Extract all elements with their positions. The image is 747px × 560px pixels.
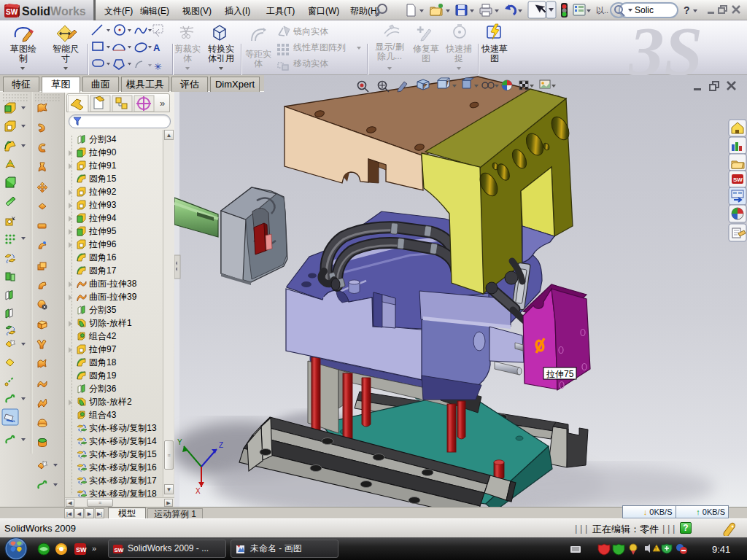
svg-text:SolidWorks: SolidWorks — [22, 5, 86, 18]
svg-text:拉伸75: 拉伸75 — [546, 369, 574, 379]
svg-text:SW: SW — [115, 547, 124, 553]
svg-text:!: ! — [655, 546, 657, 551]
svg-text:9:41: 9:41 — [712, 544, 730, 555]
svg-text:✚: ✚ — [417, 25, 424, 35]
svg-text:»: » — [92, 544, 96, 553]
svg-text:X: X — [196, 487, 201, 495]
svg-text:SW: SW — [6, 8, 18, 16]
svg-text:Z: Z — [219, 441, 223, 449]
svg-text:SW: SW — [733, 176, 743, 183]
svg-text:✳: ✳ — [154, 61, 162, 72]
svg-text:以..: 以.. — [596, 6, 608, 15]
svg-text:A: A — [153, 42, 160, 53]
svg-text:SW: SW — [76, 546, 87, 553]
svg-text:Y: Y — [177, 438, 182, 446]
